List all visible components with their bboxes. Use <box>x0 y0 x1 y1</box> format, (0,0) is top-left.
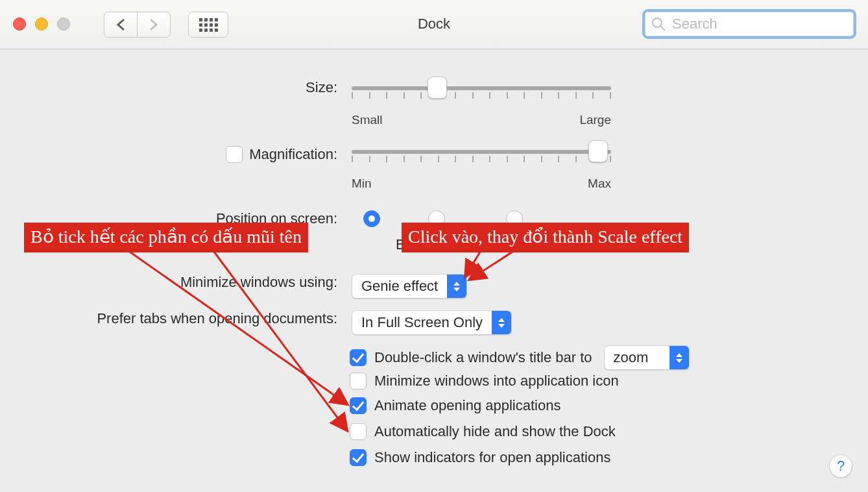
updown-arrows-icon <box>669 346 689 369</box>
chevron-right-icon <box>149 18 158 31</box>
magnification-slider-thumb[interactable] <box>588 140 608 162</box>
help-icon: ? <box>837 458 845 474</box>
minimize-effect-popup[interactable]: Genie effect <box>352 274 467 299</box>
radio-position-left[interactable] <box>363 210 380 227</box>
preferences-pane: Size: Small Large Magnification: <box>0 49 868 492</box>
search-input[interactable] <box>671 15 854 33</box>
minimize-effect-value: Genie effect <box>352 278 447 295</box>
size-max-label: Large <box>579 113 611 127</box>
close-button[interactable] <box>13 18 26 31</box>
search-field[interactable] <box>642 9 856 39</box>
title-bar: Dock <box>0 0 868 49</box>
size-min-label: Small <box>352 113 383 127</box>
prefer-tabs-value: In Full Screen Only <box>352 314 492 331</box>
updown-arrows-icon <box>492 311 511 334</box>
double-click-action-popup[interactable]: zoom <box>604 345 690 370</box>
animate-label: Animate opening applications <box>374 397 561 414</box>
indicators-label: Show indicators for open applications <box>374 449 610 466</box>
magnification-max-label: Max <box>588 177 611 191</box>
double-click-label: Double-click a window's title bar to <box>374 349 592 366</box>
nav-buttons <box>104 12 171 38</box>
size-slider-thumb[interactable] <box>428 77 447 99</box>
autohide-checkbox[interactable] <box>350 423 367 440</box>
magnification-slider[interactable]: Min Max <box>352 143 611 166</box>
updown-arrows-icon <box>447 275 466 298</box>
chevron-left-icon <box>116 18 125 31</box>
double-click-action-value: zoom <box>605 349 669 366</box>
search-icon <box>651 17 666 31</box>
minimize-into-app-label: Minimize windows into application icon <box>374 373 619 389</box>
autohide-label: Automatically hide and show the Dock <box>374 423 616 440</box>
show-all-button[interactable] <box>188 12 228 38</box>
zoom-button[interactable] <box>57 18 70 31</box>
animate-checkbox[interactable] <box>350 397 367 414</box>
prefer-tabs-label: Prefer tabs when opening documents: <box>0 310 337 335</box>
indicators-checkbox[interactable] <box>350 449 367 466</box>
magnification-min-label: Min <box>352 177 372 191</box>
minimize-into-app-checkbox[interactable] <box>350 373 367 389</box>
magnification-label: Magnification: <box>249 146 337 163</box>
traffic-lights <box>13 18 70 31</box>
forward-button[interactable] <box>137 12 171 38</box>
minimize-button[interactable] <box>35 18 48 31</box>
size-slider[interactable]: Small Large <box>352 79 611 103</box>
back-button[interactable] <box>104 12 138 38</box>
annotation-untick: Bỏ tick hết các phần có dấu mũi tên <box>24 223 308 252</box>
annotation-scale-effect: Click vào, thay đổi thành Scale effect <box>402 223 689 252</box>
grid-icon <box>199 18 218 32</box>
minimize-using-label: Minimize windows using: <box>0 274 337 299</box>
size-label: Size: <box>0 79 337 103</box>
help-button[interactable]: ? <box>829 454 852 478</box>
magnification-checkbox[interactable] <box>226 146 243 163</box>
svg-point-0 <box>653 18 662 27</box>
prefer-tabs-popup[interactable]: In Full Screen Only <box>352 310 512 335</box>
svg-line-1 <box>660 26 665 31</box>
double-click-checkbox[interactable] <box>350 349 367 366</box>
